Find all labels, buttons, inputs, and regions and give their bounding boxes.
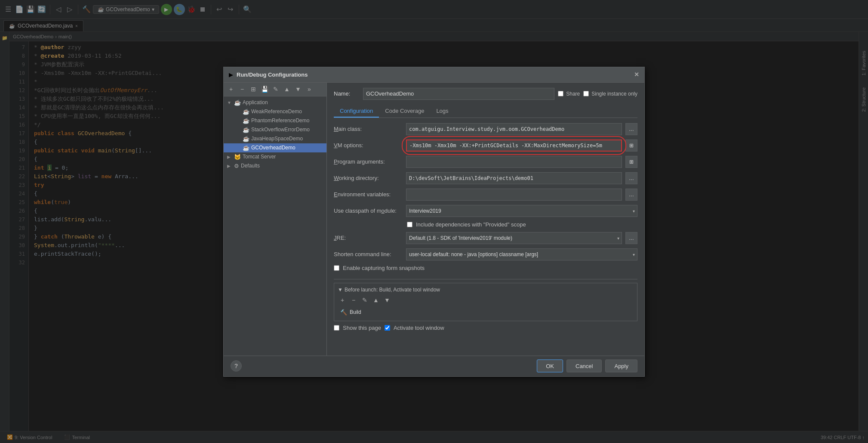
include-deps-label: Include dependencies with "Provided" sco… — [416, 221, 526, 228]
share-checkbox[interactable] — [558, 91, 563, 96]
name-label: Name: — [334, 90, 360, 97]
share-label: Share — [566, 91, 580, 97]
build-item-icon: 🔨 — [340, 309, 347, 316]
tab-configuration[interactable]: Configuration — [334, 105, 379, 118]
working-dir-browse-button[interactable]: … — [625, 172, 637, 184]
include-deps-checkbox[interactable] — [407, 222, 412, 227]
more-configs-button[interactable]: » — [305, 84, 314, 94]
env-vars-row: Environment variables: … — [334, 189, 637, 201]
section-divider — [334, 279, 637, 279]
config-tabs: Configuration Code Coverage Logs — [334, 105, 637, 118]
before-launch-build-item: 🔨 Build — [338, 307, 634, 317]
before-launch-edit-button[interactable]: ✎ — [360, 295, 369, 305]
expand-icon: ▼ — [227, 100, 232, 105]
before-launch-header: ▼ Before launch: Build, Activate tool wi… — [338, 287, 634, 293]
tree-item-phantom-ref[interactable]: ☕ PhantomReferenceDemo — [224, 116, 326, 125]
single-instance-checkbox-label: Single instance only — [583, 91, 637, 97]
program-args-label: Program arguments: — [334, 158, 403, 165]
main-class-label: Main class: — [334, 126, 403, 132]
show-page-row: Show this page Activate tool window — [334, 325, 637, 331]
javaheap-icon: ☕ — [243, 136, 249, 142]
working-dir-input[interactable] — [406, 172, 622, 184]
expand-icon: ▶ — [227, 155, 232, 159]
ide-window: ☰ 📄 💾 🔄 ◁ ▷ 🔨 ☕ GCOverheadDemo ▾ ▶ 🐛 🐞 ⏹… — [0, 0, 868, 443]
vm-options-input[interactable] — [406, 139, 622, 152]
defaults-label: Defaults — [241, 163, 260, 169]
before-launch-arrow: ▼ — [338, 287, 343, 293]
cancel-button[interactable]: Cancel — [566, 359, 602, 372]
before-launch-up-button[interactable]: ▲ — [371, 295, 381, 305]
run-debug-dialog: ▶ Run/Debug Configurations ✕ + − ⊞ 💾 ✎ ▲… — [223, 67, 645, 377]
shorten-cmd-label: Shorten command line: — [334, 251, 403, 257]
dialog-run-icon: ▶ — [229, 71, 233, 78]
program-args-input[interactable] — [406, 156, 622, 168]
jre-browse-button[interactable]: … — [625, 232, 637, 244]
classpath-select[interactable]: Interview2019 — [406, 205, 637, 217]
vm-options-expand-button[interactable]: ⊞ — [625, 139, 637, 152]
name-input[interactable] — [363, 88, 554, 100]
working-dir-row: Working directory: … — [334, 172, 637, 184]
weak-ref-label: WeakReferenceDemo — [251, 108, 302, 115]
phantom-ref-icon: ☕ — [243, 118, 249, 124]
name-row: Name: Share Single instance only — [334, 88, 637, 100]
capture-snapshots-row: Enable capturing form snapshots — [334, 265, 637, 271]
phantom-ref-label: PhantomReferenceDemo — [251, 118, 309, 124]
stackoverflow-label: StackOverflowErrorDemo — [251, 127, 310, 133]
gcoverhead-icon: ☕ — [243, 145, 249, 151]
show-page-checkbox[interactable] — [334, 325, 339, 331]
tree-defaults[interactable]: ▶ ⚙ Defaults — [224, 161, 326, 170]
before-launch-add-button[interactable]: + — [338, 295, 347, 305]
expand-icon: ▶ — [227, 164, 232, 168]
copy-config-button[interactable]: ⊞ — [249, 84, 258, 94]
classpath-label: Use classpath of module: — [334, 208, 403, 214]
apply-button[interactable]: Apply — [605, 359, 637, 372]
javaheap-label: JavaHeapSpaceDemo — [251, 136, 303, 142]
move-down-button[interactable]: ▼ — [293, 84, 303, 94]
env-vars-input[interactable] — [406, 189, 622, 201]
tree-application-group[interactable]: ▼ ☕ Application — [224, 98, 326, 107]
edit-config-button[interactable]: ✎ — [271, 84, 280, 94]
weak-ref-icon: ☕ — [243, 108, 249, 115]
single-instance-label: Single instance only — [591, 91, 637, 97]
main-class-row: Main class: … — [334, 123, 637, 135]
program-args-expand-button[interactable]: ⊞ — [625, 156, 637, 168]
single-instance-checkbox[interactable] — [583, 91, 589, 96]
tree-item-gcoverhead[interactable]: ☕ GCOverheadDemo — [224, 143, 326, 152]
tree-item-javaheap[interactable]: ☕ JavaHeapSpaceDemo — [224, 134, 326, 143]
help-button[interactable]: ? — [231, 360, 242, 372]
dialog-title: Run/Debug Configurations — [237, 71, 631, 78]
capture-snapshots-checkbox[interactable] — [334, 265, 339, 271]
before-launch-down-button[interactable]: ▼ — [382, 295, 392, 305]
share-checkbox-label: Share — [558, 91, 580, 97]
dialog-close-button[interactable]: ✕ — [634, 71, 639, 78]
classpath-row: Use classpath of module: Interview2019 ▾ — [334, 205, 637, 217]
dialog-titlebar: ▶ Run/Debug Configurations ✕ — [224, 67, 644, 83]
shorten-cmd-select[interactable]: user-local default: none - java [options… — [406, 248, 637, 260]
include-deps-row: Include dependencies with "Provided" sco… — [407, 221, 637, 228]
main-class-browse-button[interactable]: … — [625, 123, 637, 135]
env-vars-browse-button[interactable]: … — [625, 189, 637, 201]
move-up-button[interactable]: ▲ — [282, 84, 292, 94]
show-page-label: Show this page — [343, 325, 381, 331]
tree-item-stackoverflow[interactable]: ☕ StackOverflowErrorDemo — [224, 125, 326, 134]
ok-button[interactable]: OK — [537, 359, 563, 372]
program-args-row: Program arguments: ⊞ — [334, 156, 637, 168]
tree-item-weak-ref[interactable]: ☕ WeakReferenceDemo — [224, 107, 326, 116]
before-launch-section: ▼ Before launch: Build, Activate tool wi… — [334, 283, 637, 321]
dialog-left-toolbar: + − ⊞ 💾 ✎ ▲ ▼ » — [224, 83, 326, 96]
save-config-button[interactable]: 💾 — [260, 84, 269, 94]
dialog-overlay: ▶ Run/Debug Configurations ✕ + − ⊞ 💾 ✎ ▲… — [0, 0, 868, 443]
capture-snapshots-label: Enable capturing form snapshots — [343, 265, 425, 271]
tab-logs[interactable]: Logs — [430, 105, 454, 118]
before-launch-remove-button[interactable]: − — [349, 295, 358, 305]
add-config-button[interactable]: + — [226, 84, 236, 94]
tree-tomcat-group[interactable]: ▶ 🐱 Tomcat Server — [224, 152, 326, 161]
gcoverhead-label: GCOverheadDemo — [251, 145, 295, 151]
activate-window-checkbox[interactable] — [385, 325, 390, 331]
vm-options-label: VM options: — [334, 142, 403, 149]
jre-select[interactable]: Default (1.8 - SDK of 'Interview2019' mo… — [406, 232, 622, 244]
remove-config-button[interactable]: − — [237, 84, 247, 94]
stackoverflow-icon: ☕ — [243, 127, 249, 133]
main-class-input[interactable] — [406, 123, 622, 135]
tab-code-coverage[interactable]: Code Coverage — [379, 105, 430, 118]
